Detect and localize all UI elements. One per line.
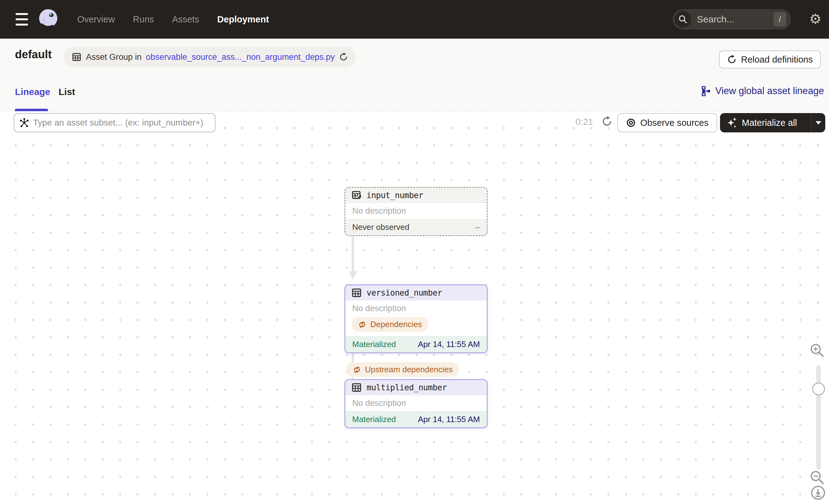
dependencies-badge-label: Dependencies [370, 320, 422, 329]
asset-name: multiplied_number [366, 383, 447, 392]
asset-status-label: Never observed [352, 222, 409, 232]
page-header: default Asset Group in observable_source… [0, 39, 829, 78]
download-image-icon[interactable] [810, 485, 826, 501]
asset-group-table-icon [72, 52, 82, 62]
nav-item-deployment[interactable]: Deployment [217, 14, 269, 25]
nav-menu: Overview Runs Assets Deployment [77, 14, 269, 25]
tab-bar: Lineage List View global asset lineage [0, 78, 829, 111]
zoom-slider-thumb[interactable] [812, 383, 825, 395]
top-nav: Overview Runs Assets Deployment / ⚙ [0, 0, 829, 39]
zoom-in-icon[interactable] [809, 342, 825, 359]
asset-status-value: – [475, 222, 480, 232]
reload-definitions-button[interactable]: Reload definitions [719, 50, 821, 69]
search-shortcut-badge: / [773, 12, 786, 27]
search-input[interactable] [697, 14, 759, 25]
upstream-dependencies-badge[interactable]: Upstream dependencies [346, 362, 459, 377]
asset-description: No description [346, 203, 487, 219]
asset-node-input-number[interactable]: input_number No description Never observ… [345, 187, 488, 236]
zoom-out-icon[interactable] [809, 469, 825, 485]
tab-lineage[interactable]: Lineage [15, 86, 50, 97]
asset-table-icon [352, 288, 362, 298]
asset-description: No description [346, 395, 487, 411]
nav-item-runs[interactable]: Runs [133, 14, 154, 25]
asset-node-multiplied-number[interactable]: multiplied_number No description Materia… [345, 379, 488, 428]
dependencies-warning-badge[interactable]: Dependencies [352, 317, 428, 332]
page-title: default [15, 48, 52, 61]
tab-list[interactable]: List [59, 86, 75, 97]
breadcrumb-prefix: Asset Group in [86, 52, 142, 62]
view-global-asset-lineage-link[interactable]: View global asset lineage [701, 85, 824, 97]
asset-node-versioned-number[interactable]: versioned_number No description Dependen… [345, 284, 488, 353]
zoom-slider-track[interactable] [816, 365, 821, 470]
asset-table-icon [352, 383, 362, 393]
asset-name: versioned_number [366, 288, 442, 297]
breadcrumb-file-link[interactable]: observable_source_ass..._non_argument_de… [146, 52, 335, 62]
asset-status-value: Apr 14, 11:55 AM [418, 339, 480, 349]
active-tab-underline [15, 109, 48, 111]
asset-status-label: Materialized [352, 415, 396, 424]
nav-item-assets[interactable]: Assets [172, 14, 199, 25]
upstream-dependencies-label: Upstream dependencies [365, 365, 453, 374]
reload-definitions-label: Reload definitions [741, 55, 813, 65]
sync-warning-icon [358, 320, 366, 329]
view-global-asset-lineage-label: View global asset lineage [715, 85, 824, 97]
observable-source-asset-icon [352, 190, 362, 200]
breadcrumb: Asset Group in observable_source_ass..._… [64, 47, 356, 67]
asset-status-value: Apr 14, 11:55 AM [418, 415, 480, 424]
menu-icon[interactable] [15, 13, 29, 26]
search-bar[interactable]: / [673, 9, 791, 30]
nav-item-overview[interactable]: Overview [77, 14, 115, 25]
asset-status-label: Materialized [352, 339, 396, 349]
asset-name: input_number [366, 191, 423, 200]
lineage-graph-icon [701, 86, 711, 96]
breadcrumb-refresh-icon[interactable] [339, 52, 348, 61]
settings-gear-icon[interactable]: ⚙ [809, 7, 822, 31]
lineage-canvas[interactable]: 0:21 Observe sources Materialize all [0, 111, 829, 504]
sync-warning-icon [353, 365, 361, 374]
asset-description: No description [346, 300, 487, 317]
search-icon [675, 11, 691, 28]
dagster-logo-icon[interactable] [37, 8, 60, 31]
